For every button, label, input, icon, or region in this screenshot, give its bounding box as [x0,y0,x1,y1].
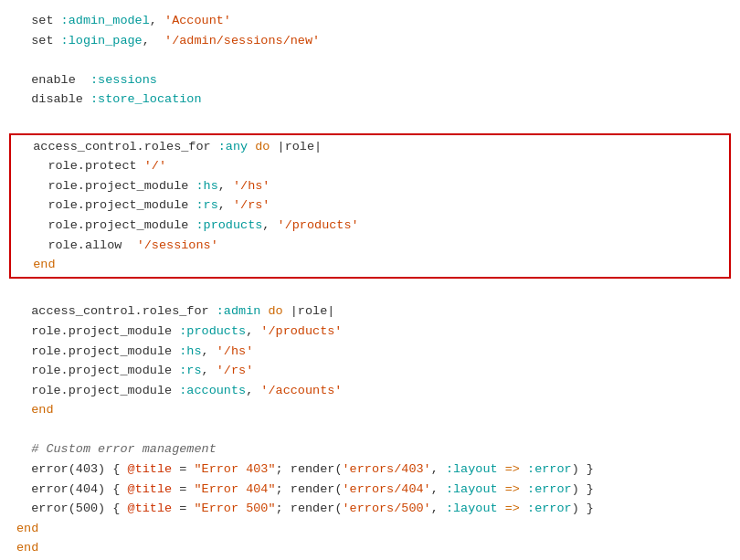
code-line [9,282,731,302]
code-line: end [9,519,731,539]
code-editor: set :admin_model, 'Account' set :login_p… [0,11,740,558]
code-line: role.project_module :accounts, '/account… [9,381,731,401]
code-line: end [9,538,731,558]
code-line [9,110,731,130]
code-line: role.allow '/sessions' [11,236,729,256]
code-line: error(404) { @title = "Error 404"; rende… [9,480,731,500]
code-line [9,50,731,70]
code-after-highlight: access_control.roles_for :admin do |role… [9,282,731,558]
highlighted-code-block: access_control.roles_for :any do |role| … [9,133,731,279]
code-line: role.project_module :rs, '/rs' [9,361,731,381]
code-line [9,420,731,440]
code-line: role.protect '/' [11,156,729,176]
code-before-highlight: set :admin_model, 'Account' set :login_p… [9,11,731,130]
code-line: set :admin_model, 'Account' [9,11,731,31]
code-line: error(403) { @title = "Error 403"; rende… [9,460,731,480]
code-line: set :login_page, '/admin/sessions/new' [9,31,731,51]
code-line: # Custom error management [9,439,731,460]
highlight-lines: access_control.roles_for :any do |role| … [11,137,729,275]
code-line: role.project_module :hs, '/hs' [11,176,729,196]
code-line: role.project_module :hs, '/hs' [9,342,731,362]
code-line: end [11,255,729,275]
code-line: access_control.roles_for :admin do |role… [9,301,731,322]
code-line: end [9,400,731,420]
code-line: access_control.roles_for :any do |role| [11,137,729,157]
code-line: role.project_module :rs, '/rs' [11,195,729,216]
code-line: role.project_module :products, '/product… [9,322,731,342]
code-line: disable :store_location [9,90,731,110]
code-line: error(500) { @title = "Error 500"; rende… [9,499,731,519]
code-line: enable :sessions [9,70,731,90]
code-line: role.project_module :products, '/product… [11,216,729,236]
